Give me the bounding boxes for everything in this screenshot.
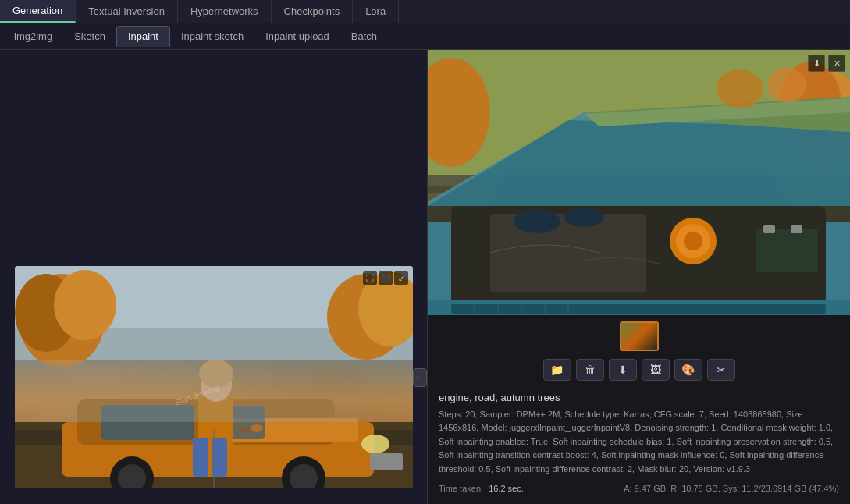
scene-svg xyxy=(15,266,413,488)
download-button[interactable]: ⬇ xyxy=(808,55,825,72)
extras-button[interactable]: ✂ xyxy=(707,359,735,381)
time-label: Time taken: xyxy=(439,484,483,493)
tab-inpaint-sketch[interactable]: Inpaint sketch xyxy=(170,27,254,46)
output-image-container: ⬇ ✕ xyxy=(428,50,850,315)
svg-point-50 xyxy=(767,68,806,102)
right-panel: ⬇ ✕ 📁 🗑 ⬇ 🖼 🎨 ✂ engine, road, autumn tr xyxy=(428,50,850,504)
svg-rect-44 xyxy=(756,229,818,272)
tab-textual-inversion[interactable]: Textual Inversion xyxy=(76,0,178,23)
tab-lora[interactable]: Lora xyxy=(353,0,399,23)
panel-resize-handle[interactable]: ↔ xyxy=(413,368,427,387)
action-buttons-row: 📁 🗑 ⬇ 🖼 🎨 ✂ xyxy=(428,356,850,385)
svg-rect-23 xyxy=(193,438,208,477)
svg-point-26 xyxy=(268,423,277,429)
engine-scene-svg xyxy=(428,50,850,315)
left-empty-area xyxy=(0,50,427,266)
save-button[interactable]: ⬇ xyxy=(609,359,637,381)
close-output-button[interactable]: ✕ xyxy=(828,55,845,72)
generation-info: engine, road, autumn trees Steps: 20, Sa… xyxy=(428,385,850,481)
thumbnail-item[interactable] xyxy=(620,321,659,351)
svg-point-47 xyxy=(514,210,560,233)
tab-batch[interactable]: Batch xyxy=(340,27,388,46)
svg-rect-19 xyxy=(370,453,403,470)
tab-checkpoints[interactable]: Checkpoints xyxy=(272,0,354,23)
time-memory-info: Time taken: 16.2 sec. A: 9.47 GB, R: 10.… xyxy=(428,481,850,493)
svg-point-43 xyxy=(684,232,702,250)
fullscreen-button[interactable]: ⛶ xyxy=(363,271,377,285)
svg-rect-40 xyxy=(490,214,646,292)
info-prompt: engine, road, autumn trees xyxy=(439,390,839,406)
send-img2img-button[interactable]: 🖼 xyxy=(642,359,670,381)
svg-rect-46 xyxy=(791,225,802,233)
time-taken-section: Time taken: 16.2 sec. xyxy=(439,484,524,493)
svg-point-48 xyxy=(564,208,603,227)
tab-hypernetworks[interactable]: Hypernetworks xyxy=(178,0,272,23)
tab-generation[interactable]: Generation xyxy=(0,0,76,23)
memory-info: A: 9.47 GB, R: 10.78 GB, Sys: 11.2/23.69… xyxy=(624,484,839,493)
svg-point-49 xyxy=(717,69,763,108)
info-parameters: Steps: 20, Sampler: DPM++ 2M, Schedule t… xyxy=(439,408,839,477)
tab-inpaint[interactable]: Inpaint xyxy=(116,26,170,47)
top-navigation: Generation Textual Inversion Hypernetwor… xyxy=(0,0,850,23)
sub-navigation: img2img Sketch Inpaint Inpaint sketch In… xyxy=(0,23,850,50)
svg-point-25 xyxy=(251,424,263,432)
send-inpaint-button[interactable]: 🎨 xyxy=(674,359,702,381)
input-image-container: ⛶ ⬛ ↙ Start drawing ↔ xyxy=(15,266,413,488)
expand-button[interactable]: ⬛ xyxy=(379,271,393,285)
main-layout: ⛶ ⬛ ↙ Start drawing ↔ xyxy=(0,50,850,504)
engine-scene-bg xyxy=(428,50,850,315)
thumbnail-strip xyxy=(428,315,850,356)
output-controls: ⬇ ✕ xyxy=(808,55,845,72)
svg-rect-52 xyxy=(451,304,826,314)
input-image[interactable]: ⛶ ⬛ ↙ Start drawing xyxy=(15,266,413,488)
svg-point-27 xyxy=(241,428,249,432)
car-scene-bg xyxy=(15,266,413,488)
tab-sketch[interactable]: Sketch xyxy=(63,27,116,46)
arrow-button[interactable]: ↙ xyxy=(394,271,408,285)
open-folder-button[interactable]: 📁 xyxy=(543,359,571,381)
thumbnail-image xyxy=(621,323,657,350)
svg-rect-45 xyxy=(763,225,775,233)
tab-img2img[interactable]: img2img xyxy=(3,27,63,46)
time-value: 16.2 sec. xyxy=(489,484,524,493)
svg-point-18 xyxy=(361,435,389,453)
image-toolbar: ⛶ ⬛ ↙ xyxy=(363,271,408,285)
svg-point-4 xyxy=(54,270,116,340)
tab-inpaint-upload[interactable]: Inpaint upload xyxy=(254,27,340,46)
trash-button[interactable]: 🗑 xyxy=(576,359,604,381)
left-panel: ⛶ ⬛ ↙ Start drawing ↔ xyxy=(0,50,428,504)
